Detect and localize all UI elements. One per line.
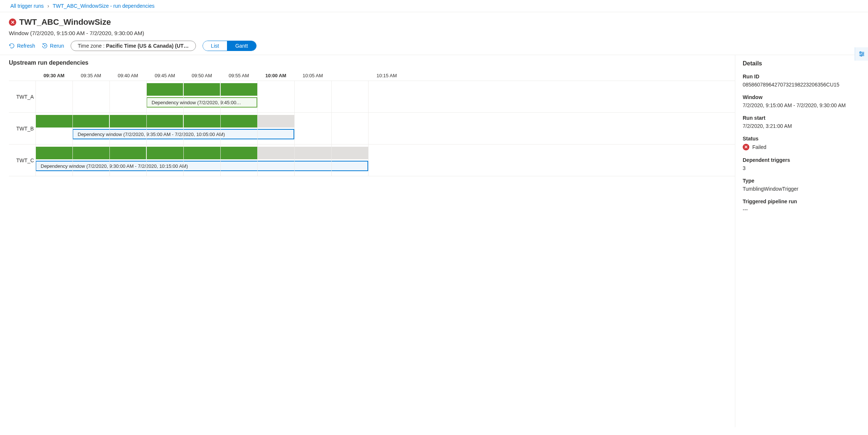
time-column: 10:15 AM bbox=[368, 73, 405, 78]
grid-line bbox=[35, 145, 36, 176]
grid-line bbox=[368, 113, 369, 144]
grid-line bbox=[35, 81, 36, 112]
time-column: 09:45 AM bbox=[146, 73, 183, 78]
view-toggle: List Gantt bbox=[203, 41, 257, 51]
time-column: 09:55 AM bbox=[220, 73, 257, 78]
content: Upstream run dependencies 09:30 AM09:35 … bbox=[0, 55, 868, 427]
breadcrumb-current[interactable]: TWT_ABC_WindowSize - run dependencies bbox=[52, 3, 154, 9]
grid-line bbox=[294, 113, 295, 144]
gantt-row-a: TWT_A Dependency window (7/2/2020, 9:45:… bbox=[9, 81, 735, 113]
run-bar[interactable] bbox=[35, 147, 146, 159]
refresh-button[interactable]: Refresh bbox=[9, 43, 35, 49]
grid-line bbox=[331, 113, 332, 144]
value-status: Failed bbox=[752, 144, 766, 150]
gantt-area: Upstream run dependencies 09:30 AM09:35 … bbox=[0, 55, 735, 427]
grid-line bbox=[368, 145, 369, 176]
header: ✕ TWT_ABC_WindowSize Window (7/2/2020, 9… bbox=[0, 12, 868, 55]
row-body-a: Dependency window (7/2/2020, 9:45:00… bbox=[35, 81, 735, 112]
view-gantt-button[interactable]: Gantt bbox=[227, 41, 256, 51]
details-panel: Details Run ID 0858607896427073219822320… bbox=[735, 55, 868, 427]
grid-line bbox=[220, 145, 221, 176]
grid-line bbox=[109, 81, 110, 112]
value-status-row: ✕ Failed bbox=[743, 144, 861, 150]
settings-button[interactable] bbox=[855, 47, 868, 61]
rerun-icon bbox=[42, 43, 48, 49]
svg-point-5 bbox=[861, 55, 862, 56]
timezone-value: Pacific Time (US & Canada) (UT… bbox=[106, 43, 189, 49]
breadcrumb-root[interactable]: All trigger runs bbox=[10, 3, 44, 9]
dependency-window-a[interactable]: Dependency window (7/2/2020, 9:45:00… bbox=[146, 97, 257, 108]
time-column: 09:50 AM bbox=[183, 73, 220, 78]
grid-line bbox=[294, 145, 295, 176]
value-run-id: 08586078964270732198223206356CU15 bbox=[743, 82, 861, 88]
sliders-icon bbox=[858, 51, 865, 57]
timezone-selector[interactable]: Time zone : Pacific Time (US & Canada) (… bbox=[71, 41, 196, 51]
gantt-row-b: TWT_B Dependency window (7/2/2020, 9:35:… bbox=[9, 113, 735, 145]
page-title: TWT_ABC_WindowSize bbox=[19, 17, 111, 27]
grid-line bbox=[257, 113, 258, 144]
refresh-icon bbox=[9, 43, 15, 49]
upstream-title: Upstream run dependencies bbox=[9, 60, 735, 66]
svg-point-1 bbox=[859, 52, 861, 53]
grid-line bbox=[72, 113, 73, 144]
time-column: 09:40 AM bbox=[109, 73, 146, 78]
title-row: ✕ TWT_ABC_WindowSize bbox=[9, 17, 859, 27]
grid-line bbox=[72, 81, 73, 112]
value-run-start: 7/2/2020, 3:21:00 AM bbox=[743, 123, 861, 129]
value-dependent-triggers: 3 bbox=[743, 165, 861, 171]
run-bar[interactable] bbox=[220, 83, 257, 96]
time-column: 09:35 AM bbox=[72, 73, 109, 78]
view-list-button[interactable]: List bbox=[203, 41, 227, 51]
grid-line bbox=[331, 81, 332, 112]
label-window: Window bbox=[743, 94, 861, 100]
grid-line bbox=[331, 145, 332, 176]
run-bar[interactable] bbox=[146, 147, 257, 159]
svg-point-3 bbox=[862, 53, 863, 54]
breadcrumb-separator: › bbox=[47, 3, 49, 9]
run-bar-pending[interactable] bbox=[257, 147, 368, 159]
row-label-c: TWT_C bbox=[9, 145, 35, 176]
error-icon: ✕ bbox=[9, 18, 16, 26]
grid-line bbox=[257, 145, 258, 176]
timezone-label: Time zone : bbox=[78, 43, 105, 49]
gantt-rows: TWT_A Dependency window (7/2/2020, 9:45:… bbox=[9, 81, 735, 176]
details-title: Details bbox=[743, 60, 861, 67]
label-status: Status bbox=[743, 136, 861, 142]
grid-line bbox=[109, 113, 110, 144]
time-column: 09:30 AM bbox=[35, 73, 72, 78]
rerun-label: Rerun bbox=[50, 43, 64, 49]
grid-line bbox=[72, 145, 73, 176]
row-body-c: Dependency window (7/2/2020, 9:30:00 AM … bbox=[35, 145, 735, 176]
grid-line bbox=[35, 113, 36, 144]
grid-line bbox=[146, 113, 147, 144]
time-column: 10:00 AM bbox=[257, 73, 294, 78]
window-text: Window (7/2/2020, 9:15:00 AM - 7/2/2020,… bbox=[9, 30, 859, 36]
value-type: TumblingWindowTrigger bbox=[743, 186, 861, 192]
value-triggered-pipeline: --- bbox=[743, 207, 861, 213]
dependency-window-c[interactable]: Dependency window (7/2/2020, 9:30:00 AM … bbox=[35, 161, 368, 171]
grid-line bbox=[368, 81, 369, 112]
breadcrumb: All trigger runs › TWT_ABC_WindowSize - … bbox=[0, 0, 868, 12]
grid-line bbox=[183, 81, 184, 112]
value-window: 7/2/2020, 9:15:00 AM - 7/2/2020, 9:30:00… bbox=[743, 102, 861, 108]
grid-line bbox=[146, 145, 147, 176]
run-bar-pending[interactable] bbox=[257, 115, 294, 128]
label-run-id: Run ID bbox=[743, 74, 861, 79]
label-dependent-triggers: Dependent triggers bbox=[743, 157, 861, 163]
rerun-button[interactable]: Rerun bbox=[42, 43, 64, 49]
refresh-label: Refresh bbox=[17, 43, 35, 49]
run-bar[interactable] bbox=[146, 83, 183, 96]
grid-line bbox=[109, 145, 110, 176]
label-triggered-pipeline: Triggered pipeline run bbox=[743, 198, 861, 204]
row-body-b: Dependency window (7/2/2020, 9:35:00 AM … bbox=[35, 113, 735, 144]
grid-line bbox=[257, 81, 258, 112]
grid-line bbox=[183, 145, 184, 176]
time-column: 10:05 AM bbox=[294, 73, 331, 78]
grid-line bbox=[146, 81, 147, 112]
label-type: Type bbox=[743, 178, 861, 184]
row-label-b: TWT_B bbox=[9, 113, 35, 144]
label-run-start: Run start bbox=[743, 115, 861, 121]
row-label-a: TWT_A bbox=[9, 81, 35, 112]
run-bar[interactable] bbox=[183, 83, 220, 96]
grid-line bbox=[220, 113, 221, 144]
